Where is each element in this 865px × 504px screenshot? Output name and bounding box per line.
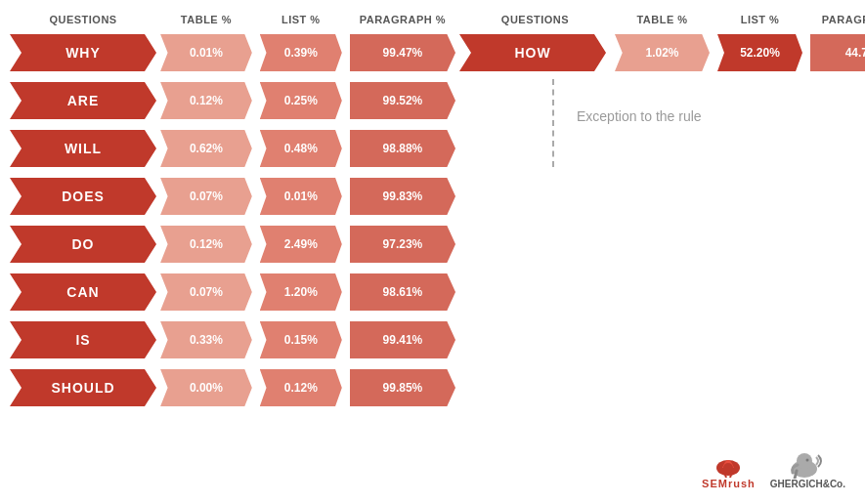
question-label: DOES <box>62 189 105 204</box>
left-header-list: LIST % <box>281 14 321 25</box>
ghergich-logo: GHERGICH&Co. <box>770 451 845 489</box>
table-bar: 0.33% <box>160 321 252 358</box>
question-arrow-do: DO <box>10 226 156 263</box>
list-bar: 0.01% <box>260 178 342 215</box>
paragraph-value: 98.88% <box>383 142 423 155</box>
exception-area: Exception to the rule <box>459 79 865 196</box>
list-value: 0.15% <box>284 333 318 347</box>
paragraph-value: 99.52% <box>383 94 423 107</box>
right-header-table: TABLE % <box>636 14 687 25</box>
dashed-line <box>552 79 554 167</box>
table-bar: 0.12% <box>160 82 252 119</box>
question-arrow-will: WILL <box>10 130 156 167</box>
question-arrow-is: IS <box>10 321 156 358</box>
ghergich-icon <box>787 451 828 479</box>
list-bar: 0.48% <box>260 130 342 167</box>
paragraph-bar: 98.88% <box>350 130 455 167</box>
table-bar: 0.01% <box>160 34 252 71</box>
paragraph-value: 97.23% <box>383 237 423 251</box>
table-value: 0.07% <box>190 189 223 203</box>
paragraph-bar: 99.41% <box>350 321 455 358</box>
question-arrow-should: SHOULD <box>10 369 156 406</box>
semrush-icon <box>709 450 748 478</box>
question-arrow-why: WHY <box>10 34 156 71</box>
table-value: 0.12% <box>190 94 223 107</box>
semrush-name: SEMrush <box>702 478 756 489</box>
paragraph-value: 98.61% <box>383 285 423 299</box>
list-bar: 0.12% <box>260 369 342 406</box>
list-value: 0.25% <box>284 94 318 107</box>
list-value: 0.01% <box>284 189 318 203</box>
left-header-table: TABLE % <box>181 14 232 25</box>
paragraph-value-how: 44.75% <box>845 46 865 60</box>
table-bar: 0.12% <box>160 226 252 263</box>
paragraph-bar: 99.52% <box>350 82 455 119</box>
table-row: CAN 0.07% 1.20% 98.61% <box>10 271 459 314</box>
question-arrow-can: CAN <box>10 273 156 311</box>
table-value: 0.01% <box>190 46 223 60</box>
table-value: 0.62% <box>190 142 223 155</box>
list-value: 0.39% <box>284 46 318 60</box>
table-value: 0.33% <box>190 333 223 347</box>
paragraph-value: 99.85% <box>383 381 423 395</box>
table-row: IS 0.33% 0.15% 99.41% <box>10 318 459 361</box>
table-bar: 0.07% <box>160 178 252 215</box>
paragraph-value: 99.83% <box>383 189 423 203</box>
table-value: 0.07% <box>190 285 223 299</box>
question-label: DO <box>72 236 95 252</box>
paragraph-bar: 97.23% <box>350 226 455 263</box>
table-row: DO 0.12% 2.49% 97.23% <box>10 223 459 266</box>
list-value: 1.20% <box>284 285 318 299</box>
ghergich-name: GHERGICH&Co. <box>770 479 845 489</box>
exception-text: Exception to the rule <box>577 108 702 124</box>
right-panel: HOW 1.02% 52.20% 44.75% <box>459 31 865 409</box>
left-panel: WHY 0.01% 0.39% 99.47% ARE <box>10 31 459 409</box>
left-header-paragraph: PARAGRAPH % <box>360 14 446 25</box>
list-value: 0.48% <box>284 142 318 155</box>
right-header-paragraph: PARAGRAPH % <box>822 14 865 25</box>
table-row: WILL 0.62% 0.48% 98.88% <box>10 127 459 170</box>
question-label: CAN <box>66 284 99 300</box>
question-label: WILL <box>65 141 102 156</box>
list-bar: 2.49% <box>260 226 342 263</box>
question-label: ARE <box>67 93 100 108</box>
svg-point-1 <box>723 463 733 473</box>
table-row: SHOULD 0.00% 0.12% 99.85% <box>10 366 459 409</box>
question-label: SHOULD <box>51 380 114 396</box>
table-value-how: 1.02% <box>645 46 678 60</box>
question-label: IS <box>75 332 90 348</box>
paragraph-bar: 99.83% <box>350 178 455 215</box>
table-value: 0.00% <box>190 381 223 395</box>
table-row: DOES 0.07% 0.01% 99.83% <box>10 175 459 218</box>
list-bar: 1.20% <box>260 273 342 311</box>
table-row: ARE 0.12% 0.25% 99.52% <box>10 79 459 122</box>
right-header-questions: QUESTIONS <box>501 14 569 25</box>
question-arrow-does: DOES <box>10 178 156 215</box>
list-bar: 0.39% <box>260 34 342 71</box>
list-bar: 0.25% <box>260 82 342 119</box>
question-label-how: HOW <box>514 45 550 61</box>
question-arrow-are: ARE <box>10 82 156 119</box>
table-bar: 0.00% <box>160 369 252 406</box>
semrush-logo: SEMrush <box>702 450 756 489</box>
list-bar: 0.15% <box>260 321 342 358</box>
question-label: WHY <box>65 45 101 61</box>
question-arrow-how: HOW <box>459 34 606 71</box>
table-bar: 0.07% <box>160 273 252 311</box>
paragraph-bar: 99.47% <box>350 34 455 71</box>
right-header-list: LIST % <box>741 14 780 25</box>
list-value: 2.49% <box>284 237 318 251</box>
list-value-how: 52.20% <box>740 46 780 60</box>
svg-point-3 <box>797 453 812 469</box>
paragraph-value: 99.47% <box>383 46 423 60</box>
table-row: HOW 1.02% 52.20% 44.75% <box>459 31 865 74</box>
table-bar: 0.62% <box>160 130 252 167</box>
logos-area: SEMrush GHERGICH&Co. <box>702 450 845 489</box>
table-row: WHY 0.01% 0.39% 99.47% <box>10 31 459 74</box>
left-header-questions: QUESTIONS <box>49 14 116 25</box>
svg-point-4 <box>806 458 809 461</box>
paragraph-bar: 98.61% <box>350 273 455 311</box>
paragraph-value: 99.41% <box>383 333 423 347</box>
table-value: 0.12% <box>190 237 223 251</box>
list-value: 0.12% <box>284 381 318 395</box>
